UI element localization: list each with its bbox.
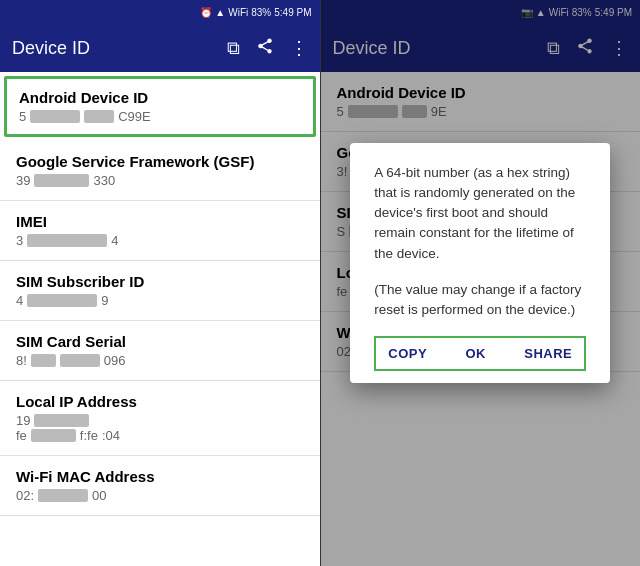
left-sim-serial-value: 8! 096 bbox=[16, 353, 304, 368]
left-phone: ⏰ ▲ WiFi 83% 5:49 PM Device ID ⧉ ⋮ Andro… bbox=[0, 0, 320, 566]
val-suffix: C99E bbox=[118, 109, 151, 124]
menu-icon[interactable]: ⋮ bbox=[290, 37, 308, 59]
left-gsf-title: Google Service Framework (GSF) bbox=[16, 153, 304, 170]
left-sim-sub-item[interactable]: SIM Subscriber ID 4 9 bbox=[0, 261, 320, 321]
left-sim-sub-title: SIM Subscriber ID bbox=[16, 273, 304, 290]
dialog-text-secondary: (The value may change if a factory reset… bbox=[374, 280, 586, 321]
left-content: Android Device ID 5 C99E Google Service … bbox=[0, 72, 320, 566]
left-local-ip-value2: fe f:fe :04 bbox=[16, 428, 304, 443]
alarm-icon: ⏰ bbox=[200, 7, 212, 18]
left-wifi-mac-title: Wi-Fi MAC Address bbox=[16, 468, 304, 485]
share-icon[interactable] bbox=[256, 37, 274, 60]
blurred-ip2 bbox=[31, 429, 76, 442]
left-sim-serial-title: SIM Card Serial bbox=[16, 333, 304, 350]
left-gsf-value: 39 330 bbox=[16, 173, 304, 188]
left-android-device-id-title: Android Device ID bbox=[19, 89, 301, 106]
left-app-title: Device ID bbox=[12, 38, 227, 59]
blurred-val-2 bbox=[84, 110, 114, 123]
left-imei-value: 3 4 bbox=[16, 233, 304, 248]
left-sim-serial-item[interactable]: SIM Card Serial 8! 096 bbox=[0, 321, 320, 381]
left-local-ip-title: Local IP Address bbox=[16, 393, 304, 410]
blurred-wifi bbox=[38, 489, 88, 502]
gsf-info-dialog: A 64-bit number (as a hex string) that i… bbox=[350, 143, 610, 384]
dialog-text-main: A 64-bit number (as a hex string) that i… bbox=[374, 163, 586, 264]
dialog-actions: COPY OK SHARE bbox=[374, 336, 586, 371]
blurred-sim-s2 bbox=[60, 354, 100, 367]
left-app-bar: Device ID ⧉ ⋮ bbox=[0, 24, 320, 72]
left-local-ip-value1: 19 bbox=[16, 413, 304, 428]
blurred-sim-sub bbox=[27, 294, 97, 307]
dialog-overlay: A 64-bit number (as a hex string) that i… bbox=[321, 0, 641, 566]
left-local-ip-item[interactable]: Local IP Address 19 fe f:fe :04 bbox=[0, 381, 320, 456]
right-phone: 📷 ▲ WiFi 83% 5:49 PM Device ID ⧉ ⋮ Andro… bbox=[321, 0, 641, 566]
time-left: 5:49 PM bbox=[274, 7, 311, 18]
left-android-device-id-value: 5 C99E bbox=[19, 109, 301, 124]
left-app-bar-icons: ⧉ ⋮ bbox=[227, 37, 308, 60]
left-imei-title: IMEI bbox=[16, 213, 304, 230]
signal-icon: ▲ bbox=[215, 7, 225, 18]
share-button[interactable]: SHARE bbox=[520, 344, 576, 363]
blurred-imei bbox=[27, 234, 107, 247]
val-prefix: 5 bbox=[19, 109, 26, 124]
wifi-icon: WiFi bbox=[228, 7, 248, 18]
copy-icon[interactable]: ⧉ bbox=[227, 38, 240, 59]
left-gsf-item[interactable]: Google Service Framework (GSF) 39 330 bbox=[0, 141, 320, 201]
blurred-val-1 bbox=[30, 110, 80, 123]
battery-pct: 83% bbox=[251, 7, 271, 18]
blurred-gsf bbox=[34, 174, 89, 187]
left-status-bar: ⏰ ▲ WiFi 83% 5:49 PM bbox=[0, 0, 320, 24]
left-android-device-id-item[interactable]: Android Device ID 5 C99E bbox=[4, 76, 316, 137]
left-imei-item[interactable]: IMEI 3 4 bbox=[0, 201, 320, 261]
left-status-icons: ⏰ ▲ WiFi 83% 5:49 PM bbox=[200, 7, 311, 18]
left-sim-sub-value: 4 9 bbox=[16, 293, 304, 308]
left-wifi-mac-value: 02: 00 bbox=[16, 488, 304, 503]
blurred-ip1 bbox=[34, 414, 89, 427]
ok-button[interactable]: OK bbox=[461, 344, 490, 363]
blurred-sim-s1 bbox=[31, 354, 56, 367]
copy-button[interactable]: COPY bbox=[384, 344, 431, 363]
left-wifi-mac-item[interactable]: Wi-Fi MAC Address 02: 00 bbox=[0, 456, 320, 516]
